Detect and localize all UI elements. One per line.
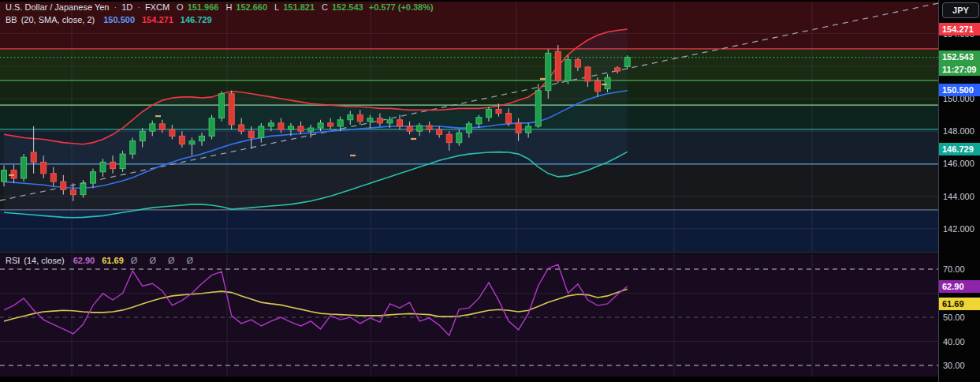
candle-body	[348, 115, 353, 120]
rsi-indicator-name: RSI	[6, 256, 20, 265]
candle-body	[248, 131, 254, 137]
candle-body	[80, 183, 86, 194]
order-marker	[411, 138, 416, 140]
rsi-value: 62.90	[73, 256, 95, 265]
candle-body	[289, 126, 294, 129]
bb-upper-value: 154.271	[142, 15, 173, 24]
candle-body	[506, 114, 512, 123]
candle-body	[328, 123, 333, 126]
price-tick-label: 144.000	[943, 192, 974, 202]
candle-body	[268, 123, 274, 126]
price-zone	[0, 210, 938, 252]
candle-body	[11, 170, 17, 178]
candle-body	[110, 162, 116, 168]
rsi-tick-label: 30.00	[943, 361, 965, 371]
last-price-badge: 152.543 11:27:09	[939, 51, 980, 76]
candle-body	[456, 133, 462, 142]
low-label: L	[274, 2, 279, 12]
open-value: 151.966	[188, 2, 219, 12]
rsi-ma-value-badge: 61.69	[939, 298, 980, 310]
order-marker	[155, 115, 161, 117]
rsi-value-badge: 62.90	[939, 280, 980, 293]
low-value: 151.821	[283, 2, 315, 12]
candle-body	[575, 60, 580, 68]
candle-body	[427, 125, 432, 129]
bb-lower-value: 146.729	[181, 15, 212, 24]
interval-label: 1D	[121, 2, 132, 12]
candle-body	[446, 134, 452, 142]
order-marker	[9, 174, 14, 176]
price-tick-label: 146.000	[943, 159, 974, 169]
bb-upper-price-badge: 154.271	[939, 23, 980, 36]
price-axis[interactable]: JPY 154.000152.000150.000148.000146.0001…	[938, 0, 980, 382]
candle-body	[140, 131, 145, 140]
candle-body	[624, 58, 630, 67]
candle-body	[565, 60, 571, 81]
candle-body	[259, 126, 264, 137]
candle-body	[377, 118, 382, 123]
candle-body	[209, 118, 214, 137]
price-tick-label: 148.000	[943, 126, 974, 137]
candle-body	[50, 174, 56, 182]
price-zone	[0, 81, 938, 105]
candle-body	[21, 157, 27, 178]
high-value: 152.660	[236, 2, 267, 12]
order-marker	[540, 78, 546, 80]
candle-body	[318, 123, 323, 128]
candle-body	[31, 152, 36, 162]
rsi-ma-value: 61.69	[102, 256, 124, 265]
rsi-tick-label: 70.00	[943, 264, 965, 275]
rsi-legend-row[interactable]: RSI (14, close) 62.90 61.69 Ø Ø Ø Ø	[6, 256, 198, 265]
close-value: 152.543	[332, 2, 363, 12]
candle-body	[70, 189, 76, 194]
candle-body	[357, 115, 363, 122]
candle-body	[466, 124, 471, 133]
candle-body	[120, 154, 125, 169]
symbol-legend-row[interactable]: U.S. Dollar / Japanese Yen · 1D · FXCM O…	[6, 2, 434, 12]
last-price-value: 152.543	[942, 51, 980, 63]
candle-body	[417, 125, 423, 131]
candle-body	[229, 94, 234, 125]
candle-body	[546, 53, 551, 90]
candle-body	[61, 182, 66, 189]
order-marker	[350, 155, 356, 156]
tradingview-chart-window: U.S. Dollar / Japanese Yen · 1D · FXCM O…	[0, 0, 980, 382]
candle-body	[476, 118, 482, 124]
main-chart-canvas[interactable]	[0, 0, 938, 382]
bb-lower-price-badge: 146.729	[939, 143, 980, 155]
candle-body	[437, 129, 442, 134]
candle-body	[91, 172, 96, 183]
bb-basis-value: 150.500	[103, 15, 135, 24]
bar-countdown: 11:27:09	[942, 63, 980, 76]
candle-body	[219, 94, 225, 118]
rsi-tick-label: 40.00	[943, 337, 965, 347]
candle-body	[159, 124, 165, 129]
bb-legend-row[interactable]: BB (20, SMA, close, 2) 150.500 154.271 1…	[6, 15, 212, 24]
price-zone	[0, 49, 938, 81]
exchange-label: FXCM	[145, 2, 170, 12]
candle-body	[615, 68, 620, 71]
candle-body	[526, 126, 531, 133]
rsi-disabled-params: Ø Ø Ø Ø	[131, 256, 198, 265]
candle-body	[2, 170, 7, 182]
candle-body	[308, 128, 314, 131]
candle-body	[199, 136, 205, 140]
candle-body	[397, 120, 403, 126]
candle-body	[278, 123, 284, 129]
candle-body	[170, 129, 175, 136]
rsi-tick-label: 50.00	[943, 313, 965, 323]
candle-body	[516, 123, 521, 133]
candle-body	[486, 109, 492, 117]
candle-body	[239, 125, 244, 131]
open-label: O	[177, 2, 184, 12]
currency-toggle-button[interactable]: JPY	[942, 2, 979, 18]
candle-body	[407, 126, 412, 131]
candle-body	[585, 67, 591, 81]
candle-body	[189, 141, 195, 144]
candle-body	[535, 91, 541, 126]
bb-indicator-name: BB	[6, 15, 17, 24]
candle-body	[555, 51, 561, 81]
candle-body	[387, 120, 393, 123]
bb-indicator-params: (20, SMA, close, 2)	[21, 15, 95, 24]
candle-body	[298, 126, 304, 131]
